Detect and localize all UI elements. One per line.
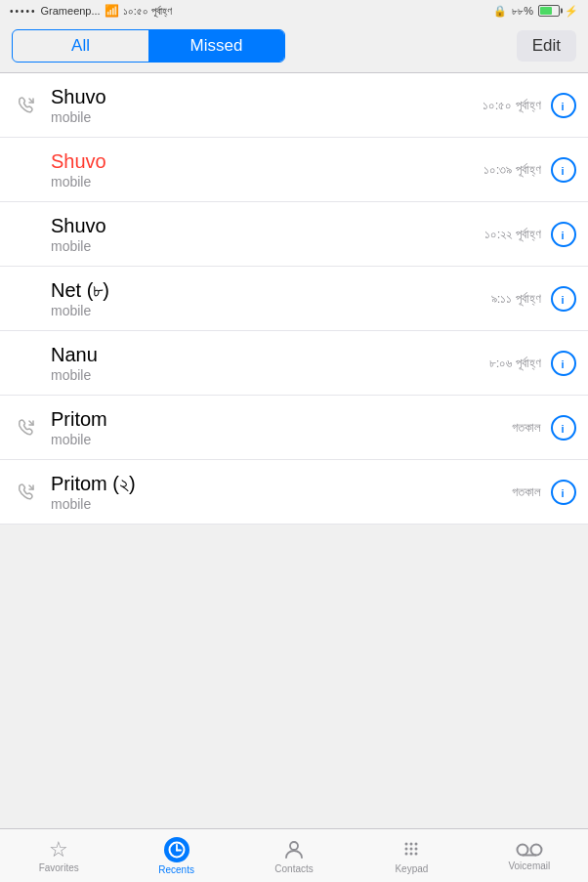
- carrier-name: Grameenp...: [41, 5, 101, 17]
- svg-point-21: [410, 852, 413, 855]
- voicemail-label: Voicemail: [508, 861, 550, 871]
- svg-text:i: i: [562, 229, 565, 240]
- keypad-label: Keypad: [395, 863, 428, 874]
- call-time: গতকাল: [512, 420, 541, 436]
- svg-point-13: [290, 842, 298, 850]
- svg-text:i: i: [562, 100, 565, 111]
- contacts-label: Contacts: [274, 863, 313, 874]
- recents-label: Recents: [158, 864, 194, 875]
- call-time: গতকাল: [512, 484, 541, 500]
- battery-percent: ৮৮%: [512, 5, 533, 18]
- info-button[interactable]: i: [551, 93, 576, 118]
- status-right: 🔒 ৮৮% ⚡: [493, 5, 578, 18]
- voicemail-icon: [516, 841, 543, 859]
- call-details: Shuvomobile: [51, 214, 484, 254]
- favorites-label: Favorites: [39, 862, 79, 873]
- recents-icon: [164, 837, 189, 862]
- tab-missed[interactable]: Missed: [148, 30, 284, 62]
- keypad-icon: [399, 838, 423, 861]
- contact-type: mobile: [51, 303, 491, 318]
- segment-control: All Missed: [12, 29, 285, 63]
- call-time: ১০:৫০ পূর্বাহ্ণ: [483, 98, 541, 113]
- call-direction-icon: [12, 483, 41, 502]
- call-item: Pritommobileগতকাল i: [0, 396, 588, 460]
- info-button[interactable]: i: [551, 415, 576, 441]
- contact-name: Pritom (২): [51, 472, 512, 495]
- call-item: Shuvomobile১০:৩৯ পূর্বাহ্ণ i: [0, 138, 588, 202]
- svg-point-17: [405, 847, 408, 850]
- call-details: Net (৮)mobile: [51, 278, 491, 318]
- svg-text:i: i: [562, 486, 565, 498]
- contact-type: mobile: [51, 109, 483, 125]
- tab-bar: ☆ Favorites Recents Contacts: [0, 828, 588, 882]
- call-details: Pritom (২)mobile: [51, 472, 512, 512]
- svg-point-22: [415, 852, 418, 855]
- contact-type: mobile: [51, 174, 483, 189]
- svg-point-24: [530, 844, 541, 855]
- favorites-icon: ☆: [49, 839, 68, 861]
- svg-text:i: i: [562, 422, 565, 434]
- wifi-icon: 📶: [105, 4, 119, 18]
- contact-name: Nanu: [51, 343, 489, 366]
- call-item: Net (৮)mobile৯:১১ পূর্বাহ্ণ i: [0, 267, 588, 331]
- call-item: Pritom (২)mobileগতকাল i: [0, 460, 588, 525]
- call-details: Shuvomobile: [51, 149, 483, 189]
- status-time: ১০:৫০ পূর্বাহ্ণ: [123, 5, 172, 18]
- signal-dots: •••••: [10, 6, 37, 17]
- call-item: Nanumobile৮:০৬ পূর্বাহ্ণ i: [0, 331, 588, 396]
- charging-icon: ⚡: [565, 5, 578, 18]
- tab-all[interactable]: All: [13, 30, 148, 62]
- contact-type: mobile: [51, 367, 489, 383]
- call-time: ১০:৩৯ পূর্বাহ্ণ: [483, 162, 541, 178]
- svg-point-16: [415, 842, 418, 845]
- info-button[interactable]: i: [551, 222, 576, 247]
- contact-name: Shuvo: [51, 85, 483, 108]
- header: All Missed Edit: [0, 21, 588, 72]
- svg-point-19: [415, 847, 418, 850]
- contact-name: Shuvo: [51, 214, 484, 237]
- tab-keypad[interactable]: Keypad: [353, 833, 470, 879]
- contact-type: mobile: [51, 432, 512, 447]
- call-time: ৮:০৬ পূর্বাহ্ণ: [489, 356, 541, 371]
- svg-point-20: [405, 852, 408, 855]
- call-details: Shuvomobile: [51, 85, 483, 125]
- contact-type: mobile: [51, 496, 512, 512]
- svg-point-18: [410, 847, 413, 850]
- info-button[interactable]: i: [551, 286, 576, 312]
- call-item: Shuvomobile১০:৫০ পূর্বাহ্ণ i: [0, 73, 588, 138]
- status-bar: ••••• Grameenp... 📶 ১০:৫০ পূর্বাহ্ণ 🔒 ৮৮…: [0, 0, 588, 21]
- contact-name: Net (৮): [51, 278, 491, 302]
- edit-button[interactable]: Edit: [517, 30, 576, 62]
- svg-text:i: i: [562, 293, 565, 305]
- contact-name: Pritom: [51, 407, 512, 431]
- svg-point-15: [410, 842, 413, 845]
- contacts-icon: [282, 838, 306, 861]
- status-left: ••••• Grameenp... 📶 ১০:৫০ পূর্বাহ্ণ: [10, 4, 172, 18]
- call-item: Shuvomobile১০:২২ পূর্বাহ্ণ i: [0, 202, 588, 267]
- call-list-wrapper: Shuvomobile১০:৫০ পূর্বাহ্ণ i Shuvomobile…: [0, 73, 588, 578]
- svg-point-23: [517, 844, 527, 855]
- info-button[interactable]: i: [551, 351, 576, 376]
- call-details: Nanumobile: [51, 343, 489, 383]
- tab-recents[interactable]: Recents: [117, 832, 234, 880]
- tab-contacts[interactable]: Contacts: [235, 833, 353, 879]
- svg-text:i: i: [562, 357, 565, 369]
- call-direction-icon: [12, 96, 41, 115]
- contact-type: mobile: [51, 238, 484, 254]
- call-list: Shuvomobile১০:৫০ পূর্বাহ্ণ i Shuvomobile…: [0, 73, 588, 525]
- battery-indicator: [538, 5, 560, 17]
- svg-text:i: i: [562, 164, 565, 176]
- info-button[interactable]: i: [551, 157, 576, 183]
- tab-favorites[interactable]: ☆ Favorites: [0, 834, 117, 878]
- info-button[interactable]: i: [551, 480, 576, 505]
- contact-name: Shuvo: [51, 149, 483, 173]
- call-details: Pritommobile: [51, 407, 512, 447]
- tab-voicemail[interactable]: Voicemail: [471, 836, 588, 876]
- call-time: ৯:১১ পূর্বাহ্ণ: [491, 291, 541, 307]
- call-direction-icon: [12, 418, 41, 438]
- call-time: ১০:২২ পূর্বাহ্ণ: [484, 227, 541, 242]
- svg-point-14: [405, 842, 408, 845]
- lock-icon: 🔒: [493, 5, 507, 18]
